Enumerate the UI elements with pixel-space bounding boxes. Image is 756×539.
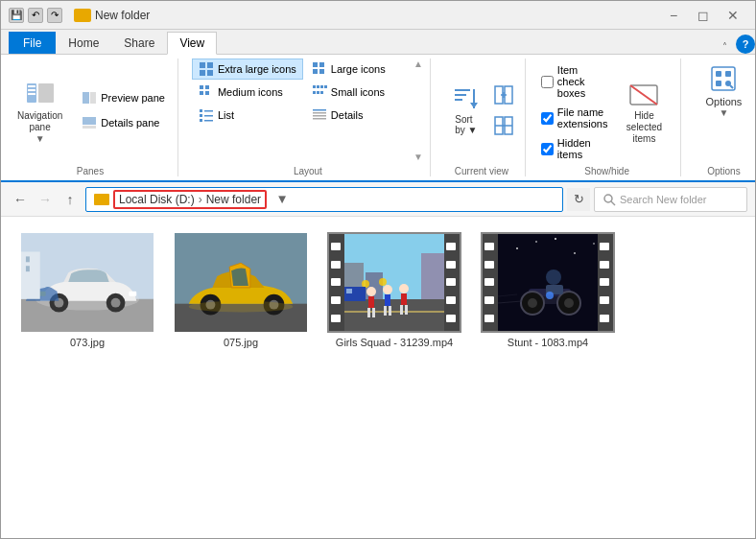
svg-rect-15 <box>200 91 203 95</box>
svg-point-104 <box>574 252 576 254</box>
up-button[interactable]: ↑ <box>59 188 82 211</box>
address-bar[interactable]: Local Disk (D:) › New folder ▼ <box>85 187 563 212</box>
list-item[interactable]: Stunt - 1083.mp4 <box>481 232 615 348</box>
svg-point-89 <box>383 285 392 294</box>
maximize-button[interactable]: ◻ <box>689 6 718 25</box>
title-folder-icon <box>74 9 91 22</box>
small-icons-button[interactable]: Small icons <box>305 82 411 103</box>
ribbon-expand-icon[interactable]: ˄ <box>717 38 732 54</box>
svg-rect-87 <box>367 308 370 317</box>
svg-rect-35 <box>313 112 326 114</box>
svg-rect-18 <box>204 110 213 112</box>
svg-rect-31 <box>313 91 316 94</box>
file-name-extensions-checkbox[interactable] <box>541 112 554 125</box>
breadcrumb[interactable]: Local Disk (D:) › New folder <box>113 190 267 209</box>
file-area: 073.jpg <box>1 217 755 539</box>
tab-file[interactable]: File <box>9 32 56 54</box>
hidden-items-label: Hidden items <box>557 137 608 160</box>
list-item[interactable]: Girls Squad - 31239.mp4 <box>327 232 461 348</box>
film-strip-left <box>483 234 498 331</box>
details-button[interactable]: Details <box>305 105 411 126</box>
address-bar-row: ← → ↑ Local Disk (D:) › New folder ▼ ↻ S… <box>1 182 755 217</box>
medium-icons-button[interactable]: Medium icons <box>192 82 303 103</box>
svg-rect-8 <box>83 126 96 129</box>
forward-button[interactable]: → <box>34 188 57 211</box>
path-separator-1: › <box>199 193 202 206</box>
svg-rect-30 <box>324 85 327 88</box>
options-button[interactable]: Options ▼ <box>697 59 750 123</box>
svg-rect-27 <box>313 85 316 88</box>
large-icons-button[interactable]: Large icons <box>305 59 411 80</box>
svg-line-59 <box>611 201 615 205</box>
tab-share[interactable]: Share <box>111 32 167 54</box>
list-item[interactable]: 073.jpg <box>20 232 154 348</box>
list-button[interactable]: List <box>192 105 303 126</box>
path-part-1[interactable]: Local Disk (D:) <box>119 193 195 206</box>
svg-rect-53 <box>716 71 721 77</box>
refresh-button[interactable]: ↻ <box>567 188 590 211</box>
layout-scroll-up[interactable]: ▲ <box>413 59 424 74</box>
search-icon <box>602 193 616 206</box>
details-pane-label: Details pane <box>101 117 159 129</box>
search-placeholder: Search New folder <box>620 194 707 205</box>
help-button[interactable]: ? <box>736 35 755 54</box>
svg-rect-25 <box>313 69 318 74</box>
tab-view[interactable]: View <box>167 32 217 55</box>
hidden-items-option[interactable]: Hidden items <box>541 135 608 162</box>
address-path: Local Disk (D:) › New folder <box>119 193 261 206</box>
preview-pane-button[interactable]: Preview pane <box>75 87 172 108</box>
svg-rect-88 <box>372 308 375 317</box>
svg-point-106 <box>555 238 556 240</box>
svg-rect-86 <box>368 296 374 308</box>
svg-rect-54 <box>725 71 731 77</box>
hidden-items-checkbox[interactable] <box>541 143 554 155</box>
svg-rect-37 <box>313 118 326 120</box>
film-strip-right <box>444 234 460 331</box>
svg-rect-20 <box>204 115 213 117</box>
sort-by-button[interactable]: Sortby ▼ <box>446 81 486 140</box>
show-hide-group: Item check boxes File name extensions Hi… <box>533 59 682 176</box>
path-part-2[interactable]: New folder <box>206 193 261 206</box>
details-label: Details <box>331 109 364 121</box>
svg-rect-24 <box>319 62 324 67</box>
size-all-columns-button[interactable] <box>490 112 517 139</box>
search-box[interactable]: Search New folder <box>594 187 747 212</box>
item-checkboxes-option[interactable]: Item check boxes <box>541 62 608 101</box>
svg-point-93 <box>399 284 409 293</box>
svg-point-58 <box>604 195 612 202</box>
sort-group: Sortby ▼ <box>438 59 526 176</box>
add-columns-button[interactable] <box>490 82 517 108</box>
close-button[interactable]: ✕ <box>719 6 747 25</box>
svg-point-78 <box>189 301 293 313</box>
svg-rect-33 <box>320 91 323 94</box>
file-name-extensions-option[interactable]: File name extensions <box>541 105 608 131</box>
details-pane-button[interactable]: Details pane <box>75 112 172 133</box>
layout-scroll-down[interactable]: ▼ <box>413 147 424 162</box>
undo-icon[interactable]: ↶ <box>28 8 43 23</box>
svg-rect-19 <box>200 114 202 117</box>
svg-rect-21 <box>200 119 202 122</box>
film-strip-left <box>329 234 344 331</box>
item-checkboxes-checkbox[interactable] <box>541 76 554 88</box>
svg-rect-22 <box>204 120 213 122</box>
address-dropdown-button[interactable]: ▼ <box>271 187 294 212</box>
window-controls: − ◻ ✕ <box>659 6 747 25</box>
tab-home[interactable]: Home <box>56 32 111 54</box>
hide-selected-items-button[interactable]: Hide selecteditems <box>615 75 673 150</box>
layout-group: Extra large icons Medium icons List <box>186 59 431 176</box>
extra-large-icons-label: Extra large icons <box>218 63 296 75</box>
film-strip-right <box>598 234 613 331</box>
svg-point-97 <box>362 280 369 288</box>
svg-rect-68 <box>129 292 136 296</box>
video-content <box>498 234 598 331</box>
back-button[interactable]: ← <box>9 188 32 211</box>
file-thumbnail <box>174 232 308 333</box>
extra-large-icons-button[interactable]: Extra large icons <box>192 59 303 80</box>
title-bar: 💾 ↶ ↷ New folder − ◻ ✕ <box>1 1 755 30</box>
minimize-button[interactable]: − <box>659 6 688 25</box>
svg-point-85 <box>366 287 376 296</box>
svg-rect-29 <box>320 85 323 88</box>
navigation-pane-button[interactable]: Navigationpane ▼ <box>9 73 71 149</box>
list-item[interactable]: 075.jpg <box>174 232 308 348</box>
redo-icon[interactable]: ↷ <box>47 8 62 23</box>
